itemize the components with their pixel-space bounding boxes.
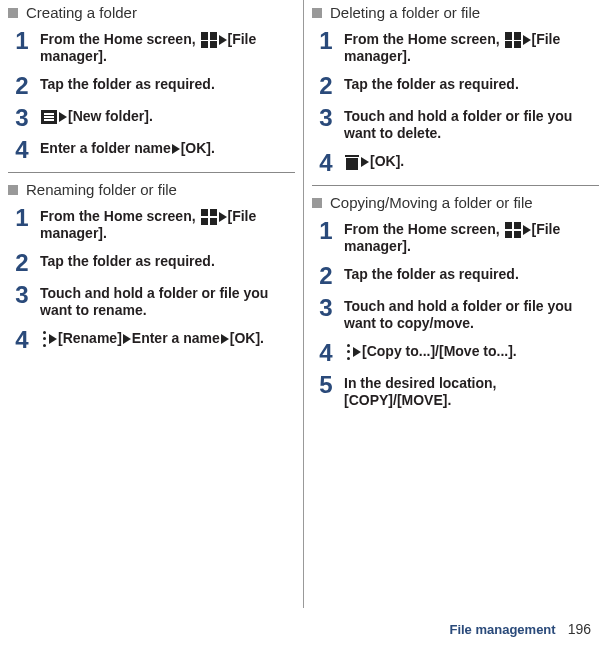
- step-number: 2: [8, 74, 36, 98]
- step-body: From the Home screen, [File manager].: [340, 219, 599, 256]
- step-text: [OK].: [370, 153, 404, 169]
- section-title: Renaming folder or file: [8, 181, 295, 200]
- apps-grid-icon: [201, 209, 217, 225]
- step-row: 3[New folder].: [8, 106, 295, 130]
- step-body: Tap the folder as required.: [340, 74, 599, 94]
- step-text: [Copy to...]/[Move to...].: [362, 343, 517, 359]
- step-number: 4: [8, 328, 36, 352]
- triangle-right-icon: [523, 35, 531, 45]
- step-text: [OK].: [181, 140, 215, 156]
- triangle-right-icon: [353, 347, 361, 357]
- section-marker-icon: [8, 8, 18, 18]
- step-number: 3: [8, 106, 36, 130]
- triangle-right-icon: [361, 157, 369, 167]
- section-divider: [312, 185, 599, 186]
- step-row: 3Touch and hold a folder or file you wan…: [8, 283, 295, 320]
- triangle-right-icon: [172, 144, 180, 154]
- step-row: 2Tap the folder as required.: [312, 264, 599, 288]
- step-text: Tap the folder as required.: [344, 76, 519, 92]
- step-row: 1From the Home screen, [File manager].: [8, 29, 295, 66]
- step-body: [OK].: [340, 151, 599, 171]
- step-number: 3: [8, 283, 36, 307]
- section-marker-icon: [8, 185, 18, 195]
- step-body: Tap the folder as required.: [36, 74, 295, 94]
- step-body: Touch and hold a folder or file you want…: [36, 283, 295, 320]
- step-body: Enter a folder name[OK].: [36, 138, 295, 158]
- section-title: Deleting a folder or file: [312, 4, 599, 23]
- section-title-text: Creating a folder: [26, 4, 137, 23]
- step-row: 4[Rename]Enter a name[OK].: [8, 328, 295, 352]
- step-body: Touch and hold a folder or file you want…: [340, 106, 599, 143]
- step-body: From the Home screen, [File manager].: [36, 29, 295, 66]
- step-text: In the desired location, [COPY]/[MOVE].: [344, 375, 496, 409]
- triangle-right-icon: [219, 212, 227, 222]
- step-text: From the Home screen,: [344, 221, 504, 237]
- step-body: Touch and hold a folder or file you want…: [340, 296, 599, 333]
- step-row: 3Touch and hold a folder or file you wan…: [312, 296, 599, 333]
- footer-label: File management: [449, 622, 555, 638]
- section-title-text: Renaming folder or file: [26, 181, 177, 200]
- step-text: From the Home screen,: [344, 31, 504, 47]
- step-number: 3: [312, 106, 340, 130]
- trash-icon: [345, 155, 359, 170]
- step-text: Touch and hold a folder or file you want…: [344, 108, 572, 142]
- step-row: 2Tap the folder as required.: [8, 74, 295, 98]
- section-title-text: Deleting a folder or file: [330, 4, 480, 23]
- menu-icon: [41, 110, 57, 124]
- step-text: Enter a name: [132, 330, 220, 346]
- step-number: 1: [8, 29, 36, 53]
- step-text: Tap the folder as required.: [344, 266, 519, 282]
- more-options-icon: [345, 344, 351, 360]
- step-body: Tap the folder as required.: [340, 264, 599, 284]
- left-column: Creating a folder1From the Home screen, …: [0, 0, 304, 608]
- triangle-right-icon: [523, 225, 531, 235]
- step-row: 4[Copy to...]/[Move to...].: [312, 341, 599, 365]
- step-body: From the Home screen, [File manager].: [36, 206, 295, 243]
- step-number: 1: [8, 206, 36, 230]
- section-title-text: Copying/Moving a folder or file: [330, 194, 533, 213]
- step-number: 3: [312, 296, 340, 320]
- step-number: 2: [312, 264, 340, 288]
- step-row: 2Tap the folder as required.: [8, 251, 295, 275]
- step-text: Touch and hold a folder or file you want…: [344, 298, 572, 332]
- triangle-right-icon: [219, 35, 227, 45]
- more-options-icon: [41, 331, 47, 347]
- step-text: From the Home screen,: [40, 31, 200, 47]
- triangle-right-icon: [221, 334, 229, 344]
- step-body: [New folder].: [36, 106, 295, 126]
- section-title: Creating a folder: [8, 4, 295, 23]
- step-text: Tap the folder as required.: [40, 76, 215, 92]
- step-number: 4: [8, 138, 36, 162]
- step-body: From the Home screen, [File manager].: [340, 29, 599, 66]
- step-row: 1From the Home screen, [File manager].: [8, 206, 295, 243]
- right-column: Deleting a folder or file1From the Home …: [304, 0, 607, 608]
- step-row: 1From the Home screen, [File manager].: [312, 29, 599, 66]
- section-marker-icon: [312, 198, 322, 208]
- step-number: 1: [312, 219, 340, 243]
- step-number: 4: [312, 151, 340, 175]
- step-body: In the desired location, [COPY]/[MOVE].: [340, 373, 599, 410]
- step-row: 2Tap the folder as required.: [312, 74, 599, 98]
- step-text: [OK].: [230, 330, 264, 346]
- step-text: Tap the folder as required.: [40, 253, 215, 269]
- step-number: 2: [312, 74, 340, 98]
- apps-grid-icon: [505, 222, 521, 238]
- step-body: Tap the folder as required.: [36, 251, 295, 271]
- footer-page: 196: [568, 621, 591, 639]
- step-row: 3Touch and hold a folder or file you wan…: [312, 106, 599, 143]
- step-body: [Copy to...]/[Move to...].: [340, 341, 599, 361]
- page-columns: Creating a folder1From the Home screen, …: [0, 0, 607, 608]
- step-row: 5In the desired location, [COPY]/[MOVE].: [312, 373, 599, 410]
- step-text: From the Home screen,: [40, 208, 200, 224]
- step-text: [Rename]: [58, 330, 122, 346]
- step-number: 4: [312, 341, 340, 365]
- step-row: 1From the Home screen, [File manager].: [312, 219, 599, 256]
- apps-grid-icon: [505, 32, 521, 48]
- step-number: 1: [312, 29, 340, 53]
- step-body: [Rename]Enter a name[OK].: [36, 328, 295, 348]
- triangle-right-icon: [123, 334, 131, 344]
- page-footer: File management 196: [449, 621, 591, 639]
- step-number: 5: [312, 373, 340, 397]
- section-title: Copying/Moving a folder or file: [312, 194, 599, 213]
- step-text: Touch and hold a folder or file you want…: [40, 285, 268, 319]
